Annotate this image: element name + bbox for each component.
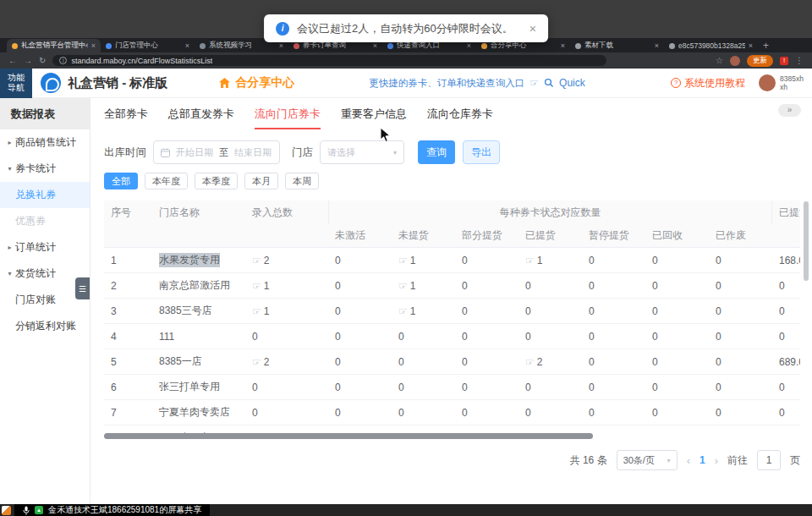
- cell-store-name: 宁夏羊肉专卖店: [152, 400, 245, 425]
- user-avatar[interactable]: [759, 74, 776, 91]
- quick-filter-button[interactable]: 本周: [285, 173, 319, 189]
- tab-全部券卡[interactable]: 全部券卡: [104, 107, 148, 128]
- subheader-spacer: [772, 224, 800, 247]
- goto-page-input[interactable]: 1: [757, 450, 781, 470]
- browser-menu-icon[interactable]: ⋮: [795, 56, 804, 65]
- quick-filter-button[interactable]: 本季度: [195, 173, 238, 189]
- sidebar-item[interactable]: ▾券卡统计: [0, 156, 90, 182]
- screen: 礼盒营销平台管理中心×门店管理中心×系统视频学习×券卡订单查询×快递查询入口×合…: [0, 0, 812, 516]
- page-size-select[interactable]: 30条/页 ▾: [617, 450, 678, 470]
- function-nav-button[interactable]: 功能 导航: [0, 69, 32, 98]
- cell-value: 0: [709, 273, 772, 298]
- subheader-spacer: [152, 224, 245, 247]
- quick-filter-button[interactable]: 全部: [104, 173, 138, 189]
- brand: 礼盒营销 - 标准版: [41, 73, 167, 93]
- next-page-icon[interactable]: ›: [715, 454, 718, 467]
- sidebar-item[interactable]: 兑换礼券: [0, 182, 90, 208]
- cell-value[interactable]: ☞1: [392, 248, 455, 272]
- store-label: 门店: [292, 145, 313, 160]
- microphone-icon[interactable]: [23, 506, 30, 515]
- browser-profile-avatar[interactable]: [730, 56, 740, 66]
- export-button[interactable]: 导出: [463, 140, 500, 164]
- vertical-scrollbar-thumb[interactable]: [804, 201, 809, 281]
- calendar-icon: [161, 148, 170, 157]
- tab-close-icon[interactable]: ×: [91, 41, 96, 50]
- subheader-spacer: [245, 224, 328, 247]
- browser-update-button[interactable]: 更新: [747, 55, 773, 67]
- horizontal-scrollbar-thumb[interactable]: [104, 433, 593, 439]
- browser-tab[interactable]: 礼盒营销平台管理中心×: [7, 39, 101, 52]
- cell-value: 0: [709, 248, 772, 272]
- cell-value: 0: [772, 400, 800, 425]
- browser-tab[interactable]: 门店管理中心×: [101, 39, 195, 52]
- tab-close-icon[interactable]: ×: [279, 41, 283, 50]
- cell-value: 0: [455, 400, 518, 425]
- sidebar-collapse-handle[interactable]: ☰: [75, 277, 90, 299]
- cell-value[interactable]: ☞1: [245, 273, 328, 298]
- toast-close-icon[interactable]: ×: [529, 22, 536, 36]
- page-number[interactable]: 1: [700, 454, 705, 466]
- sidebar-item[interactable]: ▸订单统计: [0, 234, 90, 261]
- cell-value[interactable]: ☞2: [245, 349, 328, 374]
- reload-icon[interactable]: ↻: [39, 56, 46, 65]
- cell-value[interactable]: ☞1: [392, 299, 455, 323]
- tab-总部直发券卡[interactable]: 总部直发券卡: [168, 107, 234, 128]
- share-center-link[interactable]: 合分享中心: [218, 75, 294, 91]
- quick-filter-button[interactable]: 本月: [244, 173, 278, 189]
- prev-page-icon[interactable]: ‹: [687, 454, 690, 467]
- cell-value[interactable]: ☞1: [518, 248, 582, 272]
- back-icon[interactable]: ←: [8, 56, 17, 65]
- browser-tab[interactable]: e8c573980b1328a258662e6il×: [664, 39, 758, 52]
- tutorial-link[interactable]: ? 系统使用教程: [671, 76, 745, 91]
- quick-filter-button[interactable]: 本年度: [145, 173, 188, 189]
- browser-tab[interactable]: 素材下载×: [570, 39, 664, 52]
- cell-value: 0: [328, 299, 392, 323]
- tab-流向仓库券卡[interactable]: 流向仓库券卡: [427, 107, 493, 128]
- toast-message: 会议已超过2人，自动转为60分钟限时会议。: [297, 21, 513, 36]
- cell-value[interactable]: ☞2: [245, 248, 328, 272]
- store-select[interactable]: 请选择 ▾: [320, 140, 404, 164]
- cell-value: 0: [582, 400, 645, 425]
- bookmark-star-icon[interactable]: ☆: [716, 56, 723, 65]
- pointer-icon: ☞: [252, 305, 261, 317]
- quick-entry: 更快捷的券卡、订单和快递查询入口 ☞ Quick: [369, 77, 584, 90]
- tab-close-icon[interactable]: ×: [373, 41, 377, 50]
- cell-store-name: 8385三号店: [152, 299, 245, 323]
- cell-value[interactable]: ☞1: [245, 299, 328, 323]
- tab-close-icon[interactable]: ×: [561, 41, 565, 50]
- table-row: 58385一店☞2000☞2000689.0: [104, 349, 800, 375]
- sidebar-item[interactable]: ▸商品销售统计: [0, 129, 90, 156]
- sidebar-item[interactable]: 优惠券: [0, 208, 90, 234]
- new-tab-icon[interactable]: +: [763, 40, 769, 52]
- forward-icon[interactable]: →: [24, 56, 32, 65]
- sidebar-item-label: 兑换礼券: [15, 188, 56, 202]
- screen-share-icon: ▲: [35, 506, 43, 514]
- tab-close-icon[interactable]: ×: [467, 41, 471, 50]
- tab-close-icon[interactable]: ×: [185, 41, 189, 50]
- cell-value[interactable]: ☞2: [518, 349, 582, 374]
- tab-流向门店券卡[interactable]: 流向门店券卡: [255, 107, 321, 129]
- sidebar: 数据报表 ▸商品销售统计▾券卡统计兑换礼券优惠券▸订单统计▾发货统计门店对账分销…: [0, 98, 91, 504]
- tab-close-icon[interactable]: ×: [655, 41, 659, 50]
- panel-collapse-button[interactable]: »: [778, 104, 801, 117]
- sidebar-item[interactable]: 分销返利对账: [0, 313, 90, 339]
- cell-value: 0: [518, 375, 582, 399]
- tab-重要客户信息[interactable]: 重要客户信息: [341, 107, 407, 128]
- site-info-icon[interactable]: i: [59, 57, 67, 64]
- search-button[interactable]: 查询: [418, 140, 455, 164]
- cell-value: 0: [392, 349, 455, 374]
- app-body: 数据报表 ▸商品销售统计▾券卡统计兑换礼券优惠券▸订单统计▾发货统计门店对账分销…: [0, 98, 812, 504]
- url-field[interactable]: i standard.maboy.cn/CardFlowStatisticsLi…: [52, 55, 606, 66]
- status-subheader: 未激活未提货部分提货已提货暂停提货已回收已作废: [328, 224, 772, 247]
- table-body: 1水果发货专用☞20☞10☞1000168.02南京总部激活用☞10☞10000…: [104, 248, 800, 439]
- cell-value: 0: [328, 248, 392, 272]
- horizontal-scrollbar: [104, 433, 800, 439]
- quick-tip-text: 更快捷的券卡、订单和快递查询入口: [369, 77, 524, 90]
- column-header-serial: 序号: [104, 200, 152, 224]
- date-range-input[interactable]: 开始日期 至 结束日期: [153, 140, 280, 164]
- taskbar-app-icon[interactable]: [2, 506, 11, 515]
- function-nav-line1: 功能: [0, 73, 32, 83]
- tab-close-icon[interactable]: ×: [749, 41, 753, 50]
- cell-value[interactable]: ☞1: [392, 273, 455, 298]
- quick-link[interactable]: Quick: [559, 77, 585, 89]
